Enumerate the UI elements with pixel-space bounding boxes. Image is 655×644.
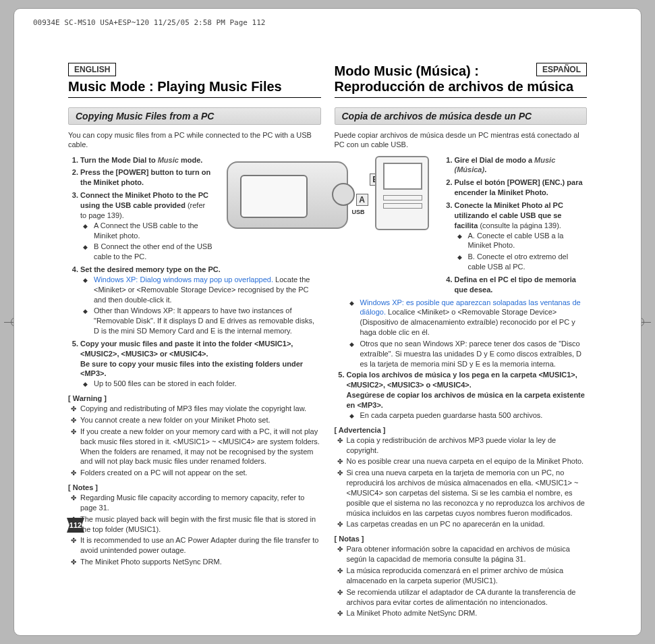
page-title-en: Music Mode : Playing Music Files (68, 79, 321, 98)
step-5-es: Copia los archivos de música y los pega … (347, 370, 588, 420)
list-item: Se recomienda utilizar el adaptador de C… (347, 587, 588, 608)
list-item: You cannot create a new folder on your M… (80, 415, 321, 425)
list-item: La copia y redistribución de archivos MP… (347, 435, 588, 456)
intro-en: You can copy music files from a PC while… (68, 130, 321, 150)
list-item: Copying and redistributing of MP3 files … (80, 404, 321, 414)
list-item: Regarding Music file capacity according … (80, 493, 321, 513)
step-2-es: Pulse el botón [POWER] (ENC.) para encen… (455, 178, 588, 198)
notes-list-es: Para obtener información sobre la capaci… (335, 544, 588, 618)
step-3-es: Conecte la Miniket Photo al PC utilizand… (455, 200, 588, 272)
warning-list-es: La copia y redistribución de archivos MP… (335, 435, 588, 530)
notes-heading-es: [ Notas ] (335, 535, 588, 543)
notes-heading-en: [ Notes ] (68, 483, 321, 491)
step-1-es: Gire el Dial de modo a Music (Música). (455, 155, 588, 176)
notes-list-en: Regarding Music file capacity according … (68, 493, 321, 567)
list-item: Folders created on a PC will not appear … (80, 468, 321, 478)
list-item: La Miniket Photo admite NetSync DRM. (347, 608, 588, 618)
step-4a-en: Windows XP: Dialog windows may pop up ov… (92, 275, 321, 305)
step-3b-en: B Connect the other end of the USB cable… (92, 242, 321, 262)
lang-tag-english: ENGLISH (68, 63, 116, 76)
step-5-en: Copy your music files and paste it into … (80, 339, 321, 389)
step-4-es: Defina en el PC el tipo de memoria que d… (455, 275, 588, 295)
step-3b-es: B. Conecte el otro extremo del cable USB… (467, 252, 588, 272)
list-item: Si crea una nueva carpeta en la tarjeta … (347, 468, 588, 518)
page-title-es-l2: Reproducción de archivos de música (335, 79, 588, 98)
warning-list-en: Copying and redistributing of MP3 files … (68, 404, 321, 478)
step-4a-es: Windows XP: es posible que aparezcan sol… (359, 298, 588, 338)
intro-es: Puede copiar archivos de música desde un… (335, 130, 588, 150)
step-5a-es: En cada carpeta pueden guardarse hasta 5… (359, 410, 588, 421)
step-3a-es: A. Conecte el cable USB a la Miniket Pho… (467, 231, 588, 251)
steps-es-cont: Copia los archivos de música y los pega … (335, 370, 588, 420)
section-heading-es: Copia de archivos de música desde un PC (335, 107, 588, 125)
step-4b-en: Other than Windows XP: It appears to hav… (92, 306, 321, 336)
list-item: The Miniket Photo supports NetSync DRM. (80, 557, 321, 567)
list-item: No es posible crear una nueva carpeta en… (347, 456, 588, 466)
step-5a-en: Up to 500 files can be stored in each fo… (92, 379, 321, 389)
prepress-header: 00934E SC-MS10 USA+ESP~120 11/25/05 2:58… (33, 18, 265, 27)
step-4-en: Set the desired memory type on the PC. W… (80, 265, 321, 336)
step-4b-es: Otros que no sean Windows XP: parece ten… (359, 339, 588, 369)
list-item: Para obtener información sobre la capaci… (347, 544, 588, 564)
step-3a-en: A Connect the USB cable to the Miniket p… (92, 221, 321, 241)
warning-heading-es: [ Advertencia ] (335, 426, 588, 434)
list-item: If you create a new folder on your memor… (80, 427, 321, 466)
list-item: It is recommended to use an AC Power Ada… (80, 535, 321, 556)
page-number-badge: 112 (67, 518, 84, 533)
list-item: Las carpetas creadas en un PC no aparece… (347, 519, 588, 529)
page-title-es-l1: Modo Music (Música) : (335, 63, 479, 79)
section-heading-en: Copying Music Files from a PC (68, 107, 321, 125)
step-4-sub-es: Windows XP: es posible que aparezcan sol… (335, 298, 588, 369)
list-item: The music played back will begin with th… (80, 514, 321, 535)
english-column: ENGLISH Music Mode : Playing Music Files… (68, 63, 321, 608)
list-item: La música reproducida comenzará en el pr… (347, 566, 588, 586)
spanish-column: Modo Music (Música) : ESPAÑOL Reproducci… (335, 63, 588, 608)
lang-tag-spanish: ESPAÑOL (536, 63, 587, 76)
manual-page: 00934E SC-MS10 USA+ESP~120 11/25/05 2:58… (13, 8, 642, 636)
warning-heading-en: [ Warning ] (68, 394, 321, 402)
